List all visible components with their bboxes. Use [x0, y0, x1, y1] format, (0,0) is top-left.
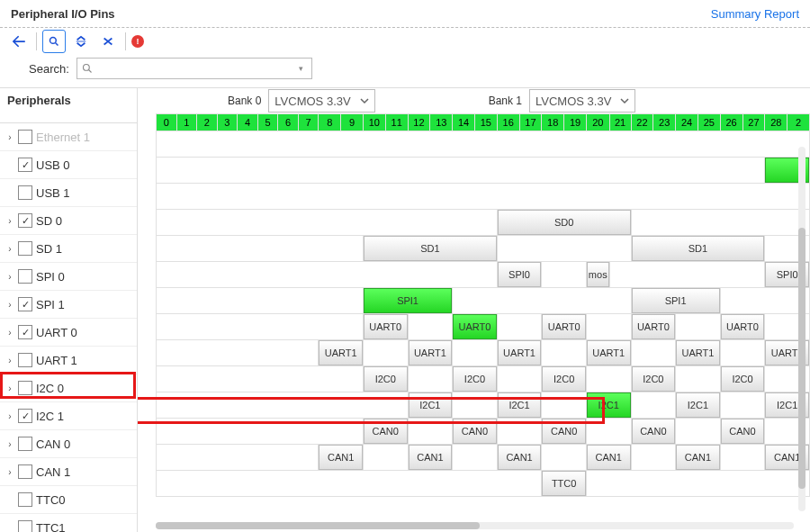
pin-block[interactable]: I2C1 — [587, 392, 631, 418]
expand-button[interactable] — [96, 30, 120, 53]
pin-block[interactable]: TTC0 — [542, 471, 586, 496]
pin-block[interactable]: UART0 — [453, 314, 497, 339]
checkbox[interactable]: ✓ — [18, 325, 32, 339]
column-header[interactable]: 11 — [385, 114, 408, 131]
error-indicator-icon[interactable]: ! — [131, 35, 144, 48]
sidebar-item-spi-1[interactable]: ›✓SPI 1 — [0, 291, 137, 319]
sidebar-item-spi-0[interactable]: ›SPI 0 — [0, 263, 137, 291]
sidebar-item-can-0[interactable]: ›CAN 0 — [0, 430, 137, 458]
sidebar-item-i2c-0[interactable]: ›I2C 0 — [0, 374, 137, 402]
pin-block[interactable]: I2C0 — [721, 366, 765, 392]
column-header[interactable]: 6 — [278, 114, 299, 131]
column-header[interactable]: 18 — [542, 114, 564, 131]
pin-block[interactable]: UART1 — [676, 340, 720, 365]
bank0-select[interactable]: LVCMOS 3.3V — [268, 89, 374, 113]
column-header[interactable]: 12 — [408, 114, 430, 131]
search-input-wrap[interactable]: ▾ — [76, 58, 312, 79]
pin-block[interactable]: CAN0 — [632, 419, 676, 444]
pin-block[interactable]: UART1 — [409, 340, 453, 365]
pin-block[interactable]: UART1 — [498, 340, 542, 365]
pin-block[interactable]: SPI1 — [632, 288, 720, 313]
checkbox[interactable]: ✓ — [18, 158, 32, 172]
sidebar-item-ttc1[interactable]: TTC1 — [0, 514, 137, 532]
checkbox[interactable]: ✓ — [18, 297, 32, 311]
pin-block[interactable]: SD1 — [632, 236, 765, 261]
checkbox[interactable] — [18, 269, 32, 284]
checkbox[interactable] — [18, 381, 32, 395]
pin-block[interactable]: CAN0 — [364, 419, 408, 444]
checkbox[interactable] — [18, 185, 32, 200]
pin-block[interactable]: UART0 — [364, 314, 408, 339]
sidebar-item-sd-0[interactable]: ›✓SD 0 — [0, 207, 137, 235]
column-header[interactable]: 13 — [430, 114, 453, 131]
column-header[interactable]: 2 — [788, 114, 810, 131]
column-header[interactable]: 28 — [765, 114, 788, 131]
pin-block[interactable]: CAN0 — [542, 419, 586, 444]
dropdown-caret-icon[interactable]: ▾ — [299, 64, 307, 73]
checkbox[interactable] — [18, 437, 32, 451]
vertical-scrollbar[interactable] — [798, 147, 806, 511]
pin-block[interactable]: UART1 — [319, 340, 363, 365]
column-header[interactable]: 16 — [497, 114, 519, 131]
column-header[interactable]: 3 — [217, 114, 238, 131]
column-header[interactable]: 20 — [586, 114, 609, 131]
pin-block[interactable]: I2C1 — [409, 392, 453, 418]
pin-block[interactable]: UART0 — [632, 314, 676, 339]
collapse-button[interactable] — [69, 30, 93, 53]
pin-block[interactable]: CAN1 — [409, 445, 453, 470]
column-header[interactable]: 10 — [363, 114, 385, 131]
pin-block[interactable]: CAN0 — [453, 419, 497, 444]
horizontal-scrollbar[interactable] — [156, 522, 794, 529]
pin-block[interactable]: mos — [587, 262, 609, 287]
pin-block[interactable]: UART0 — [542, 314, 586, 339]
column-header[interactable]: 19 — [564, 114, 587, 131]
pin-block[interactable]: UART0 — [721, 314, 765, 339]
pin-block[interactable]: SD0 — [498, 210, 631, 235]
column-header[interactable]: 21 — [609, 114, 631, 131]
checkbox[interactable] — [18, 520, 32, 532]
pin-block[interactable]: SPI1 — [364, 288, 452, 313]
bank1-select[interactable]: LVCMOS 3.3V — [529, 89, 635, 113]
sidebar-item-sd-1[interactable]: ›SD 1 — [0, 235, 137, 263]
pin-block[interactable]: UART1 — [587, 340, 631, 365]
sidebar-item-usb-1[interactable]: USB 1 — [0, 179, 137, 207]
column-header[interactable]: 1 — [176, 114, 197, 131]
column-header[interactable]: 27 — [742, 114, 765, 131]
checkbox[interactable]: ✓ — [18, 409, 32, 423]
pin-block[interactable]: I2C0 — [453, 366, 497, 392]
column-header[interactable]: 8 — [319, 114, 341, 131]
pin-block[interactable]: CAN1 — [319, 445, 363, 470]
pin-block[interactable]: I2C0 — [542, 366, 586, 392]
column-header[interactable]: 9 — [341, 114, 364, 131]
sidebar-item-uart-1[interactable]: ›UART 1 — [0, 347, 137, 374]
back-button[interactable] — [7, 30, 31, 53]
checkbox[interactable] — [18, 241, 32, 256]
column-header[interactable]: 5 — [257, 114, 278, 131]
search-input[interactable] — [97, 61, 299, 76]
pin-block[interactable]: I2C1 — [676, 392, 720, 418]
column-header[interactable]: 7 — [298, 114, 319, 131]
column-header[interactable]: 17 — [519, 114, 542, 131]
pin-block[interactable]: I2C0 — [364, 366, 408, 392]
column-header[interactable]: 23 — [653, 114, 676, 131]
sidebar-item-usb-0[interactable]: ✓USB 0 — [0, 151, 137, 179]
checkbox[interactable] — [18, 492, 32, 507]
column-header[interactable]: 26 — [720, 114, 742, 131]
column-header[interactable]: 2 — [197, 114, 218, 131]
checkbox[interactable] — [18, 464, 32, 479]
search-button[interactable] — [42, 30, 66, 53]
checkbox[interactable] — [18, 353, 32, 367]
column-header[interactable]: 22 — [631, 114, 653, 131]
checkbox[interactable]: ✓ — [18, 213, 32, 228]
sidebar-item-can-1[interactable]: ›CAN 1 — [0, 458, 137, 486]
sidebar-item-i2c-1[interactable]: ›✓I2C 1 — [0, 402, 137, 430]
checkbox[interactable] — [18, 130, 32, 144]
pin-block[interactable]: SPI0 — [498, 262, 542, 287]
column-header[interactable]: 14 — [453, 114, 475, 131]
pin-block[interactable]: I2C0 — [632, 366, 676, 392]
pin-block[interactable]: I2C1 — [498, 392, 542, 418]
sidebar-item-ttc0[interactable]: TTC0 — [0, 486, 137, 514]
column-header[interactable]: 25 — [698, 114, 720, 131]
pin-block[interactable]: CAN1 — [587, 445, 631, 470]
pin-block[interactable]: CAN1 — [676, 445, 720, 470]
